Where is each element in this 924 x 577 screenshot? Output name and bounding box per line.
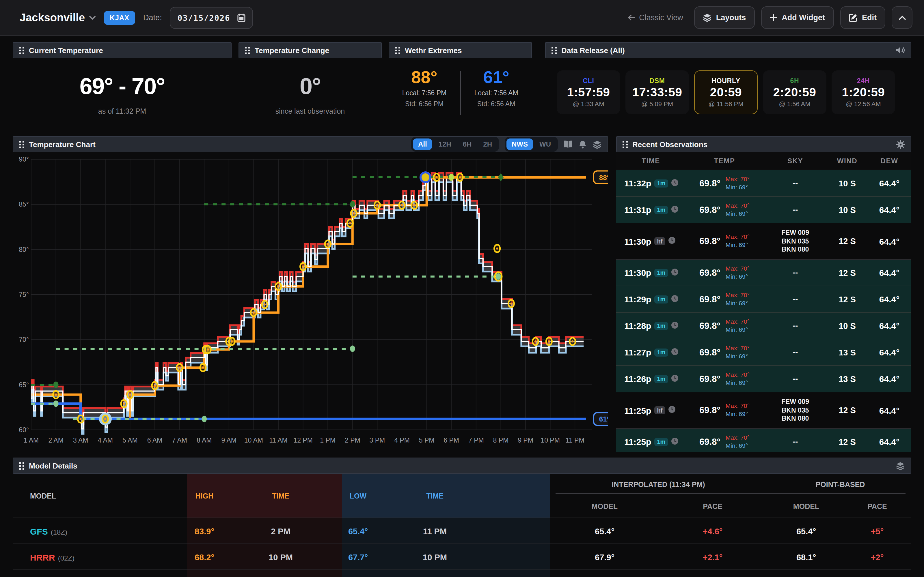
observations-column-time: TIME <box>616 157 685 165</box>
widget-title: Current Temperature <box>29 46 103 55</box>
observation-temp: 69.8° <box>699 294 720 305</box>
drag-handle-icon[interactable] <box>19 462 24 469</box>
low-column-header: LOW <box>350 492 367 500</box>
range-option-6h[interactable]: 6H <box>458 139 477 150</box>
bell-icon[interactable] <box>579 140 587 148</box>
observation-row[interactable]: 11:29p1m69.8°Max: 70°Min: 69°--12 S64.4° <box>616 286 911 313</box>
observation-temp: 69.8° <box>699 205 720 215</box>
top-bar: Jacksonville KJAX Date: 03/15/2026 Class… <box>0 0 924 36</box>
observation-temp-cell: 69.8°Max: 70°Min: 69° <box>685 318 764 334</box>
calendar-icon[interactable] <box>237 13 245 22</box>
clock-icon <box>671 268 678 278</box>
observation-temp-cell: 69.8°Max: 70°Min: 69° <box>685 345 764 360</box>
drag-handle-icon[interactable] <box>19 140 24 148</box>
observation-maxmin: Max: 70°Min: 69° <box>725 318 750 334</box>
observation-sky: -- <box>764 178 827 189</box>
observation-row[interactable]: 11:25p1m69.8°Max: 70°Min: 69°--12 S64.4° <box>616 429 911 452</box>
release-time: @ 1:33 AM <box>573 100 604 107</box>
chevron-down-icon <box>89 15 96 20</box>
data-release-card-cli[interactable]: CLI1:57:59@ 1:33 AM <box>557 70 620 114</box>
observation-wind: 10 S <box>827 205 867 214</box>
add-widget-button[interactable]: Add Widget <box>761 6 834 29</box>
observation-dew: 64.4° <box>867 405 911 415</box>
observation-row[interactable]: 11:27p1m69.8°Max: 70°Min: 69°--13 S64.4° <box>616 339 911 366</box>
observation-wind: 12 S <box>827 295 867 304</box>
observation-row[interactable]: 11:31p1m69.8°Max: 70°Min: 69°--10 S64.4° <box>616 197 911 223</box>
date-label: Date: <box>143 13 162 22</box>
drag-handle-icon[interactable] <box>19 47 24 54</box>
dashboard: Jacksonville KJAX Date: 03/15/2026 Class… <box>0 0 924 577</box>
svg-text:2 PM: 2 PM <box>345 437 360 444</box>
observation-dew: 64.4° <box>867 268 911 277</box>
station-badge[interactable]: KJAX <box>104 11 135 24</box>
speaker-icon[interactable] <box>896 46 905 54</box>
range-option-12h[interactable]: 12H <box>433 139 457 150</box>
temperature-chart-plot[interactable]: 90°85°80°75°70°65°60°1 AM2 AM3 AM4 AM5 A… <box>13 152 608 454</box>
svg-text:3 AM: 3 AM <box>73 437 88 444</box>
observation-row[interactable]: 11:32p1m69.8°Max: 70°Min: 69°--10 S64.4° <box>616 170 911 197</box>
recent-observations-header: Recent Observations <box>616 136 911 152</box>
model-name: HRRR(02Z) <box>30 552 74 562</box>
layers-icon[interactable] <box>896 461 905 470</box>
model-interpolated-value: 67.9° <box>595 553 614 562</box>
observation-time: 11:25p <box>624 405 651 415</box>
svg-text:60°: 60° <box>19 426 29 434</box>
drag-handle-icon[interactable] <box>245 47 250 54</box>
observation-row[interactable]: 11:30phf69.8°Max: 70°Min: 69°FEW 009BKN … <box>616 223 911 259</box>
observation-min: Min: 69° <box>725 210 750 218</box>
svg-text:4 AM: 4 AM <box>98 437 113 444</box>
observation-cadence-badge: 1m <box>654 348 668 356</box>
observation-sky: -- <box>764 205 827 215</box>
date-input[interactable]: 03/15/2026 <box>170 6 253 29</box>
data-release-card-dsm[interactable]: DSM17:33:59@ 5:09 PM <box>625 70 689 114</box>
drag-handle-icon[interactable] <box>395 47 400 54</box>
current-temperature-value: 69° - 70° <box>13 73 232 99</box>
observation-temp: 69.8° <box>699 268 720 278</box>
observation-row[interactable]: 11:28p1m69.8°Max: 70°Min: 69°--10 S64.4° <box>616 313 911 339</box>
layers-icon[interactable] <box>593 140 602 148</box>
temperature-change-header: Temperature Change <box>239 42 382 58</box>
range-option-all[interactable]: All <box>413 139 432 150</box>
collapse-header-button[interactable] <box>892 6 913 29</box>
observation-row[interactable]: 11:30p1m69.8°Max: 70°Min: 69°--12 S64.4° <box>616 259 911 286</box>
data-release-card-24h[interactable]: 24H1:20:59@ 12:56 AM <box>832 70 895 114</box>
observation-maxmin: Max: 70°Min: 69° <box>725 292 750 307</box>
observation-max: Max: 70° <box>725 202 750 210</box>
observation-temp: 69.8° <box>699 405 720 416</box>
observation-temp-cell: 69.8°Max: 70°Min: 69° <box>685 371 764 387</box>
book-icon[interactable] <box>564 140 573 148</box>
release-time: @ 5:09 PM <box>641 100 673 107</box>
model-interpolated-value: 65.4° <box>595 527 614 536</box>
model-high-time: 10 PM <box>268 553 293 562</box>
observation-time-cell: 11:25p1m <box>616 437 685 447</box>
source-toggle: NWSWU <box>505 137 558 152</box>
classic-view-link[interactable]: Classic View <box>627 13 683 22</box>
data-release-card-6h[interactable]: 6H2:20:59@ 1:56 AM <box>763 70 826 114</box>
observation-row[interactable]: 11:25phf69.8°Max: 70°Min: 69°FEW 009BKN … <box>616 392 911 429</box>
observation-dew: 64.4° <box>867 205 911 214</box>
observation-row[interactable]: 11:26p1m69.8°Max: 70°Min: 69°--13 S64.4° <box>616 366 911 392</box>
edit-button[interactable]: Edit <box>840 6 885 29</box>
observation-time: 11:30p <box>624 268 651 277</box>
data-release-card-hourly[interactable]: HOURLY20:59@ 11:56 PM <box>694 70 758 114</box>
drag-handle-icon[interactable] <box>551 47 557 54</box>
observation-time: 11:26p <box>624 374 651 384</box>
source-option-wu[interactable]: WU <box>534 139 556 150</box>
city-selector[interactable]: Jacksonville <box>19 11 96 24</box>
interpolated-group-header: INTERPOLATED (11:34 PM) <box>612 480 705 489</box>
observation-temp-cell: 69.8°Max: 70°Min: 69° <box>685 265 764 281</box>
observation-temp: 69.8° <box>699 321 720 331</box>
svg-text:70°: 70° <box>19 336 29 343</box>
drag-handle-icon[interactable] <box>622 140 628 148</box>
gear-icon[interactable] <box>896 140 905 148</box>
plus-icon <box>769 14 777 21</box>
svg-text:90°: 90° <box>19 155 29 163</box>
observation-max: Max: 70° <box>725 292 750 299</box>
layouts-button[interactable]: Layouts <box>694 6 755 29</box>
temperature-chart-svg[interactable]: 90°85°80°75°70°65°60°1 AM2 AM3 AM4 AM5 A… <box>13 152 608 452</box>
low-time-column-header: TIME <box>426 492 444 500</box>
widget-title: Data Release (All) <box>561 46 625 55</box>
source-option-nws[interactable]: NWS <box>506 139 533 150</box>
observation-temp-cell: 69.8°Max: 70°Min: 69° <box>685 434 764 450</box>
range-option-2h[interactable]: 2H <box>478 139 497 150</box>
